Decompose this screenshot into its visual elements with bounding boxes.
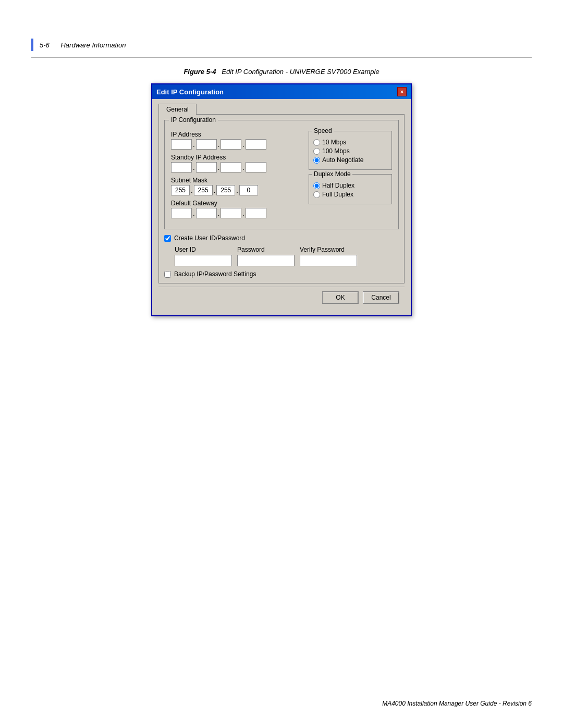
standby-dot-1: .: [192, 164, 196, 171]
gateway-dot-2: .: [217, 209, 221, 217]
duplex-full-row: Full Duplex: [313, 191, 387, 198]
backup-label: Backup IP/Password Settings: [174, 270, 256, 278]
speed-auto-row: Auto Negotiate: [313, 156, 387, 164]
subnet-mask-label: Subnet Mask: [171, 177, 302, 184]
ip-config-label: IP Configuration: [169, 116, 218, 124]
create-user-row: Create User ID/Password: [164, 235, 399, 242]
speed-100mbps-label: 100 Mbps: [322, 147, 350, 155]
standby-octet-3[interactable]: [221, 162, 241, 172]
ip-config-inner: IP Address . . .: [171, 131, 392, 223]
password-input[interactable]: [237, 255, 295, 266]
tab-panel-general: IP Configuration IP Address . .: [158, 114, 405, 283]
duplex-full-radio[interactable]: [313, 191, 320, 198]
duplex-half-label: Half Duplex: [322, 182, 354, 189]
default-gateway-group: Default Gateway . . .: [171, 200, 302, 218]
duplex-half-row: Half Duplex: [313, 182, 387, 189]
ip-address-group: IP Address . . .: [171, 131, 302, 150]
verify-password-input[interactable]: [300, 255, 357, 266]
speed-10mbps-radio[interactable]: [313, 139, 320, 146]
gateway-inputs: . . .: [171, 208, 302, 218]
duplex-half-radio[interactable]: [313, 182, 320, 189]
speed-10mbps-row: 10 Mbps: [313, 139, 387, 146]
duplex-label: Duplex Mode: [312, 170, 352, 178]
page-footer: MA4000 Installation Manager User Guide -…: [382, 700, 532, 707]
user-id-input[interactable]: [175, 255, 232, 266]
standby-dot-3: .: [241, 164, 246, 171]
dialog-titlebar: Edit IP Configuration ×: [152, 84, 411, 99]
header-bar: [31, 39, 33, 51]
password-col: Password: [237, 246, 295, 266]
ip-dot-3: .: [241, 141, 246, 149]
speed-auto-radio[interactable]: [313, 157, 320, 164]
section-num: 5-6: [40, 41, 50, 49]
tab-general[interactable]: General: [158, 104, 197, 115]
default-gateway-label: Default Gateway: [171, 200, 302, 207]
user-id-label: User ID: [175, 246, 232, 253]
ok-button[interactable]: OK: [322, 291, 359, 304]
ip-address-inputs: . . .: [171, 139, 302, 150]
speed-auto-label: Auto Negotiate: [322, 156, 363, 164]
figure-caption: Figure 5-4 Edit IP Configuration - UNIVE…: [183, 68, 379, 76]
user-id-col: User ID: [175, 246, 232, 266]
header-divider: [31, 57, 532, 58]
create-user-checkbox[interactable]: [164, 235, 171, 242]
ip-config-group: IP Configuration IP Address . .: [164, 120, 399, 229]
backup-checkbox[interactable]: [164, 271, 171, 278]
figure-label: Figure 5-4: [183, 68, 216, 76]
gateway-dot-1: .: [192, 209, 196, 217]
dialog-footer: OK Cancel: [158, 287, 405, 309]
subnet-octet-2[interactable]: [194, 185, 213, 195]
gateway-octet-3[interactable]: [221, 208, 241, 218]
subnet-dot-1: .: [190, 187, 194, 194]
ip-dot-2: .: [217, 141, 221, 149]
speed-10mbps-label: 10 Mbps: [322, 139, 346, 146]
ip-octet-2[interactable]: [196, 139, 217, 150]
subnet-octet-3[interactable]: [216, 185, 235, 195]
password-label: Password: [237, 246, 295, 253]
ip-dot-1: .: [192, 141, 196, 149]
standby-ip-group: Standby IP Address . . .: [171, 154, 302, 172]
figure-text: Edit IP Configuration - UNIVERGE SV7000 …: [222, 68, 379, 76]
duplex-full-label: Full Duplex: [322, 191, 353, 198]
standby-ip-label: Standby IP Address: [171, 154, 302, 161]
ip-fields-left: IP Address . . .: [171, 131, 302, 223]
standby-octet-2[interactable]: [196, 162, 217, 172]
ip-address-label: IP Address: [171, 131, 302, 138]
backup-row: Backup IP/Password Settings: [164, 270, 399, 278]
section-title: Hardware Information: [60, 41, 126, 49]
dialog-body: General IP Configuration IP Address: [152, 99, 411, 315]
speed-group: Speed 10 Mbps 100 Mbps: [309, 131, 392, 170]
tabs-row: General: [158, 103, 405, 114]
close-button[interactable]: ×: [397, 87, 407, 96]
subnet-mask-group: Subnet Mask . . .: [171, 177, 302, 195]
user-pw-row: User ID Password Verify Password: [175, 246, 399, 266]
ip-octet-3[interactable]: [221, 139, 241, 150]
subnet-octet-1[interactable]: [171, 185, 190, 195]
speed-label: Speed: [312, 127, 334, 134]
gateway-octet-2[interactable]: [196, 208, 217, 218]
ip-octet-4[interactable]: [246, 139, 266, 150]
speed-100mbps-row: 100 Mbps: [313, 147, 387, 155]
ip-fields-right: Speed 10 Mbps 100 Mbps: [309, 131, 392, 223]
verify-password-col: Verify Password: [300, 246, 357, 266]
verify-password-label: Verify Password: [300, 246, 357, 253]
standby-octet-4[interactable]: [246, 162, 266, 172]
subnet-dot-3: .: [235, 187, 239, 194]
page-header: 5-6 Hardware Information: [31, 39, 126, 51]
standby-dot-2: .: [217, 164, 221, 171]
standby-ip-inputs: . . .: [171, 162, 302, 172]
speed-100mbps-radio[interactable]: [313, 148, 320, 155]
duplex-group: Duplex Mode Half Duplex Full Duplex: [309, 174, 392, 204]
section-number: 5-6 Hardware Information: [40, 41, 126, 49]
cancel-button[interactable]: Cancel: [363, 291, 399, 304]
standby-octet-1[interactable]: [171, 162, 192, 172]
subnet-mask-inputs: . . .: [171, 185, 302, 195]
ip-octet-1[interactable]: [171, 139, 192, 150]
dialog-title: Edit IP Configuration: [156, 88, 224, 96]
subnet-dot-2: .: [213, 187, 217, 194]
gateway-octet-1[interactable]: [171, 208, 192, 218]
create-user-label: Create User ID/Password: [174, 235, 245, 242]
gateway-dot-3: .: [241, 209, 246, 217]
subnet-octet-4[interactable]: [239, 185, 258, 195]
gateway-octet-4[interactable]: [246, 208, 266, 218]
